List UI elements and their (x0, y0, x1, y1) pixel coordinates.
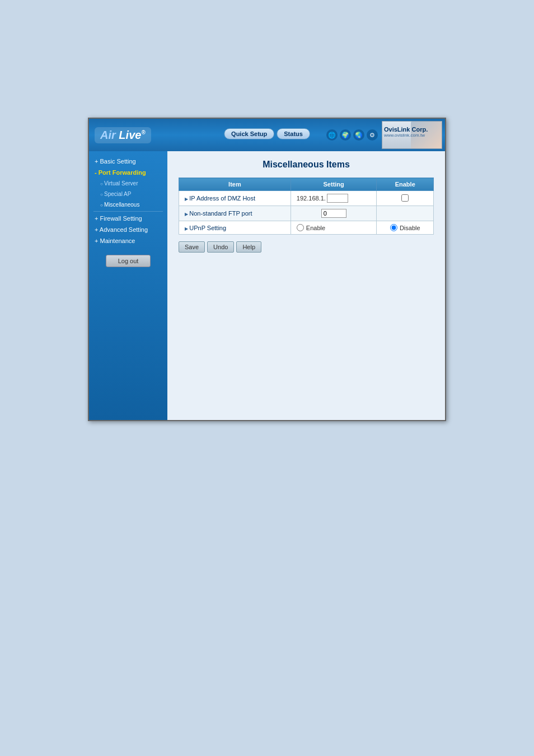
setting-dmz-host: 192.168.1. (291, 191, 377, 206)
globe1-icon[interactable]: 🌐 (326, 129, 338, 141)
sidebar-item-firewall-setting[interactable]: + Firewall Setting (89, 213, 167, 224)
main-layout: + Basic Setting - Port Forwarding Virtua… (89, 151, 445, 420)
sidebar-item-advanced-setting[interactable]: + Advanced Setting (89, 224, 167, 235)
table-row: UPnP Setting Enable Disable (179, 221, 434, 235)
globe2-icon[interactable]: 🌍 (340, 129, 351, 141)
page-title: Miscellaneous Items (179, 160, 434, 170)
globe3-icon[interactable]: 🌏 (353, 129, 364, 141)
sidebar-item-virtual-server[interactable]: Virtual Server (89, 178, 167, 189)
upnp-enable-group: Enable (297, 224, 371, 231)
quick-setup-button[interactable]: Quick Setup (224, 128, 274, 139)
upnp-enable-label: Enable (306, 225, 325, 231)
upnp-disable-label: Disable (400, 225, 420, 231)
ip-group: 192.168.1. (297, 194, 371, 203)
sidebar: + Basic Setting - Port Forwarding Virtua… (89, 151, 167, 420)
item-dmz-host: IP Address of DMZ Host (179, 191, 291, 206)
status-button[interactable]: Status (277, 128, 310, 139)
upnp-enable-radio[interactable] (297, 224, 304, 231)
col-header-enable: Enable (377, 178, 434, 191)
sidebar-item-maintenance[interactable]: + Maintenance (89, 235, 167, 246)
save-button[interactable]: Save (179, 241, 205, 253)
button-row: Save Undo Help (179, 241, 434, 253)
enable-upnp: Disable (377, 221, 434, 235)
settings-table: Item Setting Enable IP Address of DMZ Ho… (179, 178, 434, 235)
upnp-disable-radio[interactable] (390, 224, 397, 231)
setting-upnp: Enable (291, 221, 377, 235)
table-row: IP Address of DMZ Host 192.168.1. (179, 191, 434, 206)
header-icons: 🌐 🌍 🌏 ⚙ (326, 129, 378, 141)
header: Air Live® Quick Setup Status 🌐 🌍 🌏 ⚙ Ovi… (89, 119, 445, 151)
brand-name: OvisLink Corp. (384, 126, 428, 133)
sidebar-item-port-forwarding[interactable]: - Port Forwarding (89, 167, 167, 178)
nav-buttons: Quick Setup Status (224, 128, 310, 139)
ip-suffix-input[interactable] (327, 194, 348, 203)
ftp-port-input[interactable] (321, 209, 346, 218)
col-header-item: Item (179, 178, 291, 191)
col-header-setting: Setting (291, 178, 377, 191)
logo: Air Live® (95, 127, 151, 143)
router-ui: Air Live® Quick Setup Status 🌐 🌍 🌏 ⚙ Ovi… (88, 118, 446, 421)
logout-button[interactable]: Log out (106, 255, 151, 267)
content-area: Miscellaneous Items Item Setting Enable … (167, 151, 445, 420)
dmz-host-checkbox[interactable] (401, 194, 409, 202)
sidebar-item-special-ap[interactable]: Special AP (89, 189, 167, 199)
sidebar-item-miscellaneous[interactable]: Miscellaneous (89, 199, 167, 210)
item-upnp: UPnP Setting (179, 221, 291, 235)
sidebar-item-basic-setting[interactable]: + Basic Setting (89, 156, 167, 167)
item-ftp-port: Non-standard FTP port (179, 206, 291, 221)
enable-ftp-port (377, 206, 434, 221)
ip-prefix: 192.168.1. (297, 195, 326, 202)
setting-ftp-port (291, 206, 377, 221)
logo-area: Air Live® (95, 127, 151, 143)
upnp-disable-group: Disable (382, 224, 428, 231)
undo-button[interactable]: Undo (207, 241, 234, 253)
gear-icon[interactable]: ⚙ (367, 129, 378, 141)
brand-logo: OvisLink Corp. www.ovislink.com.tw (382, 121, 442, 149)
divider1 (93, 211, 163, 212)
help-button[interactable]: Help (236, 241, 261, 253)
table-row: Non-standard FTP port (179, 206, 434, 221)
enable-dmz-host (377, 191, 434, 206)
logo-text: Air Live® (100, 129, 146, 141)
brand-url: www.ovislink.com.tw (384, 133, 428, 138)
